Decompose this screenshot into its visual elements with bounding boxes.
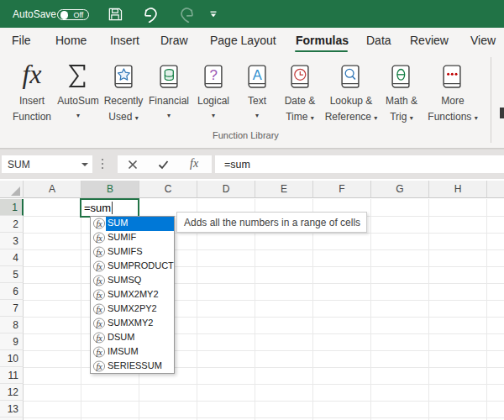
svg-text:?: ? xyxy=(210,67,218,83)
svg-text:fx: fx xyxy=(96,276,102,286)
svg-text:fx: fx xyxy=(96,305,102,314)
svg-text:fx: fx xyxy=(96,219,102,228)
svg-text:fx: fx xyxy=(96,348,102,357)
svg-text:fx: fx xyxy=(96,291,102,300)
svg-text:fx: fx xyxy=(96,262,102,271)
svg-text:fx: fx xyxy=(96,333,102,343)
svg-text:fx: fx xyxy=(96,319,102,328)
svg-text:A: A xyxy=(253,67,262,82)
svg-text:fx: fx xyxy=(96,234,102,243)
svg-text:fx: fx xyxy=(96,248,102,257)
svg-text:fx: fx xyxy=(96,362,102,371)
